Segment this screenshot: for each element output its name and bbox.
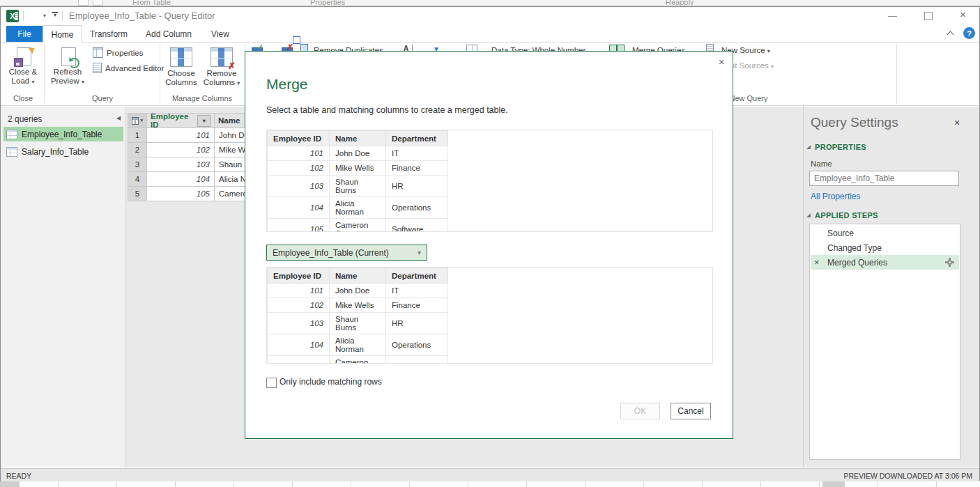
- delete-step-icon[interactable]: ×: [814, 258, 820, 267]
- step-source[interactable]: Source: [811, 226, 959, 240]
- remove-columns-button[interactable]: ✗ Remove Columns ▾: [201, 45, 242, 88]
- background-text-fragment: Reapply: [666, 0, 694, 6]
- titlebar: X ▾ ▾ Employee_Info_Table - Query Editor…: [1, 7, 979, 25]
- ok-button[interactable]: OK: [620, 403, 660, 419]
- properties-section-header: PROPERTIES: [815, 143, 866, 151]
- step-changed-type[interactable]: Changed Type: [811, 240, 959, 255]
- table-row: 104 Alicia Norman Operations: [268, 334, 448, 356]
- background-text-fragment: Properties: [310, 0, 345, 6]
- group-separator: [160, 44, 160, 104]
- close-and-load-button[interactable]: Close & Load ▾: [5, 45, 41, 86]
- filter-dropdown-button[interactable]: ▾: [197, 115, 210, 127]
- query-item-employee-info-table[interactable]: Employee_Info_Table: [3, 127, 123, 141]
- choose-columns-icon: [170, 47, 192, 67]
- step-merged-queries[interactable]: × Merged Queries: [811, 255, 959, 270]
- merge-dialog: × Merge Select a table and matching colu…: [245, 51, 733, 439]
- applied-steps-list: Source Changed Type × Merged Queries: [809, 224, 960, 460]
- table-row: 103 Shaun Burns HR: [268, 176, 448, 197]
- step-settings-gear-icon[interactable]: [945, 258, 954, 267]
- tab-file[interactable]: File: [6, 26, 43, 42]
- collapse-pane-icon[interactable]: ◀: [116, 115, 121, 121]
- choose-columns-button[interactable]: Choose Columns: [162, 45, 200, 87]
- close-load-icon: [14, 45, 32, 68]
- collapse-ribbon-icon[interactable]: [947, 31, 954, 38]
- grid-header-employee-id[interactable]: Employee ID ▾: [147, 113, 215, 128]
- background-excel-sheet-strip: [0, 481, 980, 487]
- minimize-button[interactable]: [888, 16, 897, 17]
- close-panel-icon[interactable]: ×: [954, 117, 960, 128]
- query-name-input[interactable]: [809, 171, 959, 186]
- maximize-button[interactable]: [924, 12, 933, 20]
- help-button[interactable]: ?: [963, 27, 975, 39]
- excel-app-icon[interactable]: X: [6, 10, 19, 22]
- dropdown-icon: ▾: [31, 79, 34, 85]
- group-label-new-query: New Query: [728, 94, 770, 102]
- group-label-close: Close: [5, 94, 41, 102]
- advanced-editor-button[interactable]: Advanced Editor: [93, 63, 164, 73]
- smiley-dropdown-icon[interactable]: ▾: [43, 13, 46, 19]
- background-excel-strip: From Table Properties Reapply: [0, 0, 980, 6]
- merge-table-preview-bottom: Employee ID Name Department 101 John Doe…: [266, 267, 713, 364]
- table-row: 105 Cameron Grey Software: [268, 356, 448, 364]
- close-dialog-icon[interactable]: ×: [719, 57, 724, 67]
- background-cell-fragment: [0, 481, 20, 487]
- qat-caret-icon: ▾: [54, 14, 56, 17]
- collapse-section-icon[interactable]: [806, 213, 811, 217]
- applied-steps-section-header: APPLIED STEPS: [815, 211, 878, 219]
- preview-table: Employee ID Name Department 101 John Doe…: [267, 130, 448, 232]
- grid-row-number: 2: [128, 143, 147, 157]
- query-item-salary-info-table[interactable]: Salary_Info_Table: [3, 144, 123, 159]
- status-ready: READY: [6, 472, 31, 480]
- advanced-editor-icon: [93, 63, 102, 73]
- quick-access-toolbar-icon[interactable]: ▾: [52, 12, 58, 17]
- statusbar: READY PREVIEW DOWNLOADED AT 3:06 PM: [1, 468, 979, 481]
- close-window-button[interactable]: ×: [960, 9, 966, 20]
- queries-count-label: 2 queries: [8, 114, 42, 124]
- grid-corner-button[interactable]: ▾: [128, 113, 147, 128]
- dialog-title: Merge: [266, 76, 308, 93]
- background-text-fragment: From Table: [132, 0, 171, 6]
- query-editor-window: From Table Properties Reapply X ▾ ▾ Empl…: [0, 0, 980, 487]
- preview-table: Employee ID Name Department 101 John Doe…: [267, 268, 448, 364]
- query-settings-title: Query Settings: [811, 115, 898, 130]
- all-properties-link[interactable]: All Properties: [811, 192, 860, 201]
- cancel-button[interactable]: Cancel: [671, 403, 711, 419]
- tab-view[interactable]: View: [206, 26, 235, 42]
- titlebar-separator: [23, 11, 24, 21]
- merge-table-select[interactable]: Employee_Info_Table (Current) ▾: [266, 245, 427, 261]
- col-header: Employee ID: [268, 131, 330, 146]
- query-settings-panel: Query Settings × PROPERTIES Name All Pro…: [803, 107, 979, 467]
- background-cell-fragment: [822, 481, 845, 487]
- tab-home[interactable]: Home: [43, 25, 82, 43]
- col-header: Employee ID: [268, 268, 330, 284]
- table-row: 102 Mike Wells Finance: [268, 161, 448, 176]
- grid-cell: 103: [147, 157, 215, 172]
- only-matching-rows-checkbox[interactable]: [266, 378, 277, 388]
- chevron-down-icon: ▾: [418, 249, 421, 256]
- remove-columns-icon: ✗: [210, 47, 233, 67]
- table-row: 103 Shaun Burns HR: [268, 313, 448, 334]
- grid-cell: 101: [147, 128, 215, 143]
- group-label-query: Query: [47, 94, 158, 102]
- grid-row-number: 3: [128, 157, 147, 172]
- window-title: Employee_Info_Table - Query Editor: [69, 10, 215, 21]
- table-row: 105 Cameron Grey Software: [268, 219, 448, 233]
- col-header: Department: [386, 268, 448, 284]
- queries-pane: 2 queries ◀ Employee_Info_Table Salary_I…: [1, 107, 126, 467]
- background-icon-fragment: [78, 0, 89, 6]
- tab-transform[interactable]: Transform: [86, 26, 132, 42]
- ribbon-tabbar: File Home Transform Add Column View ?: [1, 25, 979, 42]
- group-label-manage-columns: Manage Columns: [162, 94, 242, 102]
- col-header: Department: [386, 131, 448, 146]
- tab-add-column[interactable]: Add Column: [142, 26, 195, 42]
- refresh-preview-button[interactable]: Refresh Preview ▾: [47, 45, 89, 86]
- table-row: 104 Alicia Norman Operations: [268, 197, 448, 219]
- properties-button[interactable]: Properties: [93, 47, 143, 58]
- grid-row-number: 5: [128, 187, 147, 201]
- table-row: 101 John Doe IT: [268, 284, 448, 298]
- collapse-section-icon[interactable]: [806, 145, 811, 149]
- grid-cell: 102: [147, 143, 215, 157]
- table-row: 102 Mike Wells Finance: [268, 298, 448, 313]
- table-icon: [6, 147, 17, 157]
- titlebar-separator: [62, 11, 63, 21]
